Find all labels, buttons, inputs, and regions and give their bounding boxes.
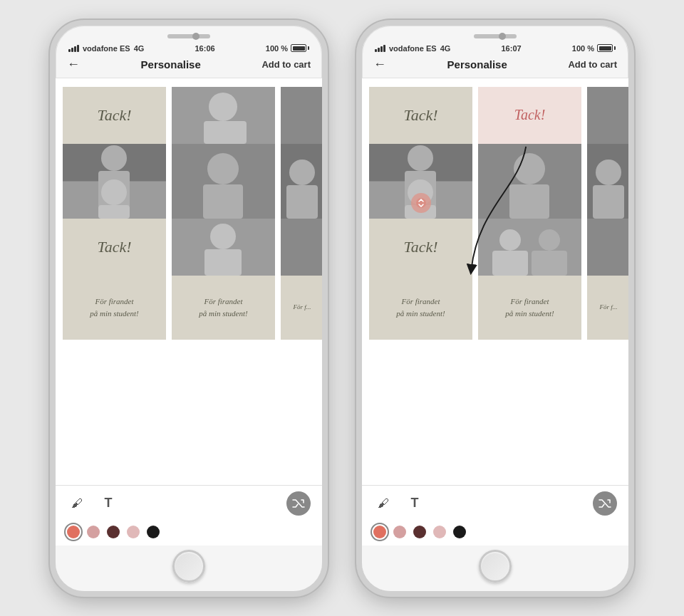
color-dot-2-right[interactable] [393, 526, 406, 538]
add-to-cart-left[interactable]: Add to cart [261, 59, 311, 70]
home-button-left[interactable] [172, 550, 205, 583]
card1-photo-right[interactable] [369, 144, 472, 219]
color-dot-2-left[interactable] [87, 526, 100, 538]
card1-photo-left[interactable] [63, 144, 166, 219]
card2-photo-mid-left[interactable] [172, 144, 275, 219]
color-dot-3-right[interactable] [413, 526, 426, 538]
card-col-2-left: För firandetpå min student! [172, 87, 275, 340]
tack-label-1-right: Tack! [403, 106, 437, 125]
tool-icons-left: 🖌 T [67, 494, 118, 513]
phone-top-right [362, 26, 628, 43]
photo-svg-1-left [63, 144, 166, 219]
photo-svg-r3b-right [587, 144, 628, 219]
svg-rect-36 [532, 251, 567, 276]
card1-text-top-right[interactable]: Tack! [369, 87, 472, 144]
color-dot-1-right[interactable] [373, 526, 386, 538]
camera-left [192, 33, 200, 40]
cards-area-left: Tack! [56, 78, 322, 348]
card-col-1-left: Tack! [63, 87, 166, 340]
card2-photo-top-left[interactable] [172, 87, 275, 144]
card3-seg2-left [281, 144, 322, 219]
text-icon-right[interactable]: T [405, 494, 425, 513]
brush-icon-left[interactable]: 🖌 [67, 494, 87, 513]
card3-seg3-left [281, 219, 322, 276]
card3-seg2-right [587, 144, 628, 219]
shuffle-icon-left [292, 499, 305, 508]
card-col-3-right: För f... [587, 87, 628, 340]
card1-text-mid-right[interactable]: Tack! [369, 219, 472, 276]
svg-point-3 [101, 145, 127, 171]
nav-bar-right: ← Personalise Add to cart [362, 54, 628, 78]
card3-seg1-left [281, 87, 322, 144]
subtitle-2-right: För firandetpå min student! [502, 293, 556, 322]
tool-icons-right: 🖌 T [373, 494, 425, 513]
camera-right [499, 33, 506, 40]
color-dot-4-right[interactable] [433, 526, 446, 538]
svg-rect-6 [98, 205, 130, 219]
brush-icon-right[interactable]: 🖌 [373, 494, 393, 513]
shuffle-button-right[interactable] [593, 491, 617, 516]
back-button-right[interactable]: ← [373, 57, 386, 72]
card1-text-mid-left[interactable]: Tack! [63, 219, 166, 276]
network-right: 4G [440, 44, 451, 53]
status-left-left: vodafone ES 4G [68, 44, 144, 53]
content-area-right: Tack! [362, 78, 628, 485]
color-dot-3-left[interactable] [107, 526, 120, 538]
phone-comparison: vodafone ES 4G 16:06 100 % ← Personalise… [50, 20, 634, 597]
svg-rect-12 [203, 184, 243, 219]
time-right: 16:07 [501, 44, 521, 53]
svg-rect-41 [587, 219, 628, 276]
status-right-left: 100 % [266, 44, 309, 53]
time-left: 16:06 [195, 44, 214, 53]
network-left: 4G [134, 44, 145, 53]
card1-text-bottom-right[interactable]: För firandetpå min student! [369, 276, 472, 340]
svg-point-33 [499, 229, 521, 251]
cards-area-right: Tack! [362, 78, 628, 348]
photo-svg-2c-left [172, 219, 275, 276]
photo-svg-r2b-right [478, 144, 581, 219]
svg-point-18 [289, 160, 315, 185]
shuffle-button-left[interactable] [286, 491, 311, 516]
carrier-right: vodafone ES [389, 44, 437, 53]
text-icon-left[interactable]: T [98, 494, 118, 513]
card1-text-bottom-left[interactable]: För firandetpå min student! [63, 276, 166, 340]
nav-bar-left: ← Personalise Add to cart [56, 54, 322, 78]
color-dots-right [362, 521, 628, 545]
subtitle-3-right: För f... [596, 300, 620, 315]
svg-point-14 [210, 224, 236, 249]
add-to-cart-right[interactable]: Add to cart [568, 59, 617, 70]
photo-svg-r2c-right [478, 219, 581, 276]
card2-text-bottom-right[interactable]: För firandetpå min student! [478, 276, 581, 340]
card3-seg1-right [587, 87, 628, 144]
battery-pct-left: 100 % [266, 44, 288, 53]
photo-svg-2a-left [172, 87, 275, 144]
card1-text-top-left[interactable]: Tack! [63, 87, 166, 144]
card2-photo-bot-left[interactable] [172, 219, 275, 276]
nav-title-left: Personalise [141, 58, 201, 71]
svg-rect-9 [204, 121, 247, 144]
svg-point-24 [408, 145, 433, 171]
photo-svg-2b-left [172, 144, 275, 219]
svg-point-39 [596, 160, 621, 185]
photo-svg-r3c-right [587, 219, 628, 276]
color-dot-5-left[interactable] [147, 526, 160, 538]
battery-pct-right: 100 % [572, 44, 594, 53]
color-dot-1-left[interactable] [67, 526, 80, 538]
card2-photo-mid-right[interactable] [478, 144, 581, 219]
tack-label-2-left: Tack! [97, 238, 131, 256]
card2-text-top-right[interactable]: Tack! [478, 87, 581, 144]
tack-label-2-right: Tack! [403, 238, 437, 256]
card2-photo-bot-right[interactable] [478, 219, 581, 276]
card2-text-bottom-left[interactable]: För firandetpå min student! [172, 276, 275, 340]
back-button-left[interactable]: ← [67, 57, 80, 72]
home-button-right[interactable] [479, 550, 512, 583]
color-dot-5-right[interactable] [453, 526, 466, 538]
status-bar-left: vodafone ES 4G 16:06 100 % [56, 43, 322, 54]
home-btn-area-left [56, 545, 322, 591]
card3-seg3-right [587, 219, 628, 276]
color-dot-4-left[interactable] [127, 526, 140, 538]
status-bar-right: vodafone ES 4G 16:07 100 % [362, 43, 628, 54]
phone-right: vodafone ES 4G 16:07 100 % ← Personalise… [356, 20, 634, 597]
status-left-right: vodafone ES 4G [375, 44, 450, 53]
card-col-2-right: Tack! [478, 87, 581, 340]
